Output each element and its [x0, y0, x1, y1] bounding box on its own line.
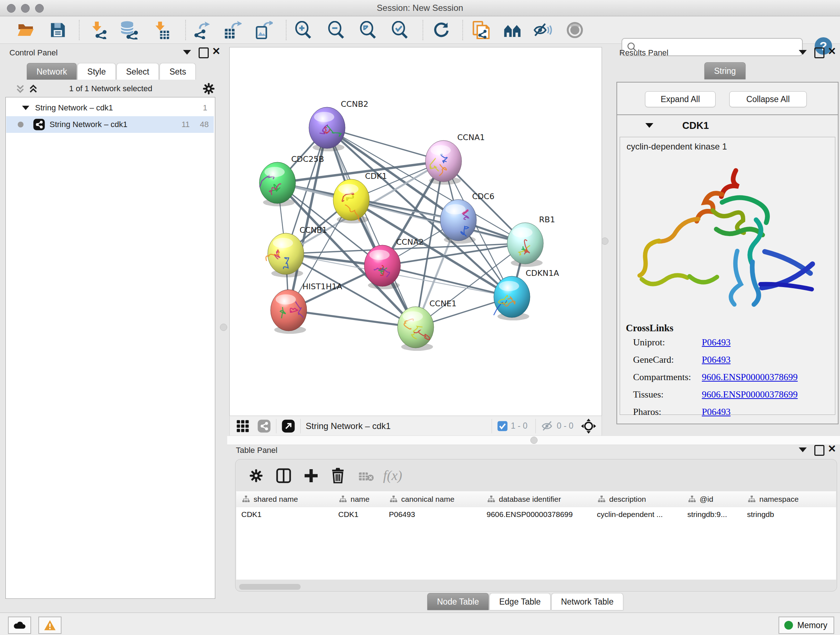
column-header-name[interactable]: name: [333, 491, 384, 507]
crosslink-value-link[interactable]: P06493: [702, 355, 730, 365]
network-edge-HIST1H1A-CCNE1[interactable]: [289, 310, 416, 327]
table-cell[interactable]: CDK1: [236, 507, 333, 522]
column-header-id[interactable]: @id: [682, 491, 742, 507]
tab-network[interactable]: Network: [27, 63, 77, 80]
crosslink-value-link[interactable]: P06493: [702, 407, 730, 417]
network-share-icon[interactable]: [257, 419, 271, 433]
zoom-out-button[interactable]: [327, 21, 346, 40]
tab-sets[interactable]: Sets: [159, 63, 196, 80]
gene-section-header[interactable]: CDK1: [617, 115, 838, 137]
collection-expand-icon[interactable]: [22, 106, 29, 110]
results-panel-float-icon[interactable]: [799, 50, 807, 55]
expand-all-button[interactable]: Expand All: [645, 91, 715, 107]
crosslinks-list: Uniprot:P06493GeneCard:P06493Compartment…: [633, 337, 832, 424]
left-splitter-handle[interactable]: [220, 324, 227, 331]
gene-collapse-icon[interactable]: [645, 123, 653, 128]
network-row[interactable]: String Network – cdk1 11 48: [6, 116, 214, 133]
crosslink-value-link[interactable]: 9606.ENSP00000378699: [702, 389, 798, 400]
cloud-button[interactable]: [8, 616, 31, 634]
control-panel-maximize-icon[interactable]: [199, 48, 209, 58]
birdseye-grid-icon[interactable]: [236, 420, 249, 432]
network-node-HIST1H1A[interactable]: HIST1H1A: [271, 282, 342, 334]
export-network-button[interactable]: [192, 21, 211, 40]
column-header-namespace[interactable]: namespace: [742, 491, 836, 507]
column-header-label: description: [609, 495, 646, 504]
network-node-CDC6[interactable]: CDC6: [440, 192, 494, 244]
export-table-button[interactable]: [223, 21, 242, 40]
memory-button[interactable]: Memory: [778, 616, 834, 634]
clone-network-style-button[interactable]: [472, 21, 491, 40]
import-network-database-button[interactable]: [120, 21, 139, 40]
hidden-eye-slash-icon[interactable]: [541, 421, 554, 432]
results-panel-close-icon[interactable]: ✕: [828, 47, 836, 56]
crosslink-value-link[interactable]: P06493: [702, 337, 730, 348]
splitter-handle[interactable]: [531, 437, 538, 444]
tab-string[interactable]: String: [704, 62, 745, 79]
network-node-CCNB1[interactable]: CCNB1: [266, 226, 327, 277]
import-network-file-button[interactable]: [89, 21, 108, 40]
zoom-in-button[interactable]: [294, 21, 313, 40]
warnings-button[interactable]: [38, 616, 62, 634]
network-collection-row[interactable]: String Network – cdk1 1: [6, 100, 214, 116]
table-cell[interactable]: CDK1: [333, 507, 384, 522]
table-panel-maximize-icon[interactable]: [814, 445, 824, 456]
table-cell[interactable]: 9606.ENSP00000378699: [482, 507, 592, 522]
table-cell[interactable]: cyclin-dependent ...: [592, 507, 682, 522]
show-columns-icon[interactable]: [276, 468, 291, 483]
horizontal-scrollbar-thumb[interactable]: [239, 584, 301, 590]
save-session-button[interactable]: [49, 21, 67, 40]
zoom-fit-button[interactable]: [358, 21, 377, 40]
column-header-shared-name[interactable]: shared name: [236, 491, 333, 507]
network-node-CDKN1A[interactable]: CDKN1A: [494, 269, 559, 320]
tab-edge-table[interactable]: Edge Table: [489, 593, 551, 610]
open-in-window-icon[interactable]: [281, 419, 295, 433]
network-options-gear-icon[interactable]: [202, 82, 215, 95]
column-type-icon: [390, 495, 398, 503]
network-canvas[interactable]: CCNB2CCNA1CDC25BCDK1CDC6RB1CCNB1CCNA2CDK…: [229, 47, 602, 416]
hide-selected-button[interactable]: [533, 21, 552, 40]
collapse-all-button[interactable]: Collapse All: [729, 91, 807, 107]
network-edge-CCNA2-CDKN1A[interactable]: [382, 266, 512, 297]
network-graph[interactable]: CCNB2CCNA1CDC25BCDK1CDC6RB1CCNB1CCNA2CDK…: [230, 48, 602, 416]
node-label-CCNA1: CCNA1: [457, 133, 485, 142]
tab-select[interactable]: Select: [117, 63, 159, 80]
column-header-description[interactable]: description: [592, 491, 683, 507]
table-cell[interactable]: P06493: [384, 507, 482, 522]
selected-checkbox-icon[interactable]: [497, 421, 508, 432]
crosshair-move-icon[interactable]: [581, 418, 597, 434]
zoom-selected-button[interactable]: [390, 21, 409, 40]
open-session-button[interactable]: [16, 21, 35, 40]
show-all-button[interactable]: [565, 21, 584, 40]
first-neighbors-button[interactable]: [504, 21, 523, 40]
crosslink-label: Compartments:: [633, 372, 702, 383]
column-header-database-identifier[interactable]: database identifier: [482, 491, 592, 507]
network-node-CCNB2[interactable]: CCNB2: [309, 100, 368, 151]
table-panel-float-icon[interactable]: [799, 448, 807, 452]
right-splitter-handle[interactable]: [601, 238, 608, 245]
results-panel-maximize-icon[interactable]: [814, 48, 824, 58]
control-panel-close-icon[interactable]: ✕: [212, 47, 220, 56]
column-header-canonical-name[interactable]: canonical name: [384, 491, 482, 507]
export-table-icon: [224, 21, 242, 39]
tab-node-table[interactable]: Node Table: [427, 593, 489, 610]
table-cell[interactable]: stringdb:9...: [682, 507, 742, 522]
function-builder-icon[interactable]: f(x): [383, 467, 402, 483]
table-cell[interactable]: stringdb: [742, 507, 836, 522]
delete-table-icon[interactable]: [358, 471, 374, 482]
control-panel-float-icon[interactable]: [183, 50, 191, 55]
delete-column-trash-icon[interactable]: [330, 467, 346, 483]
export-image-button[interactable]: [254, 21, 273, 40]
node-table[interactable]: shared namenamecanonical namedatabase id…: [236, 491, 836, 580]
network-node-RB1[interactable]: RB1: [507, 215, 555, 267]
table-panel-close-icon[interactable]: ✕: [828, 445, 836, 453]
add-column-icon[interactable]: [303, 468, 319, 483]
crosslinks-title: CrossLinks: [626, 323, 674, 334]
tab-style[interactable]: Style: [77, 63, 115, 80]
crosslink-value-link[interactable]: 9606.ENSP00000378699: [702, 372, 798, 383]
network-node-CCNA1[interactable]: CCNA1: [425, 133, 485, 185]
table-settings-gear-icon[interactable]: [249, 469, 263, 483]
import-table-file-button[interactable]: [152, 21, 171, 40]
tab-network-table[interactable]: Network Table: [551, 593, 623, 610]
apply-layout-button[interactable]: [432, 21, 451, 40]
table-row[interactable]: CDK1CDK1P064939606.ENSP00000378699cyclin…: [236, 507, 836, 523]
